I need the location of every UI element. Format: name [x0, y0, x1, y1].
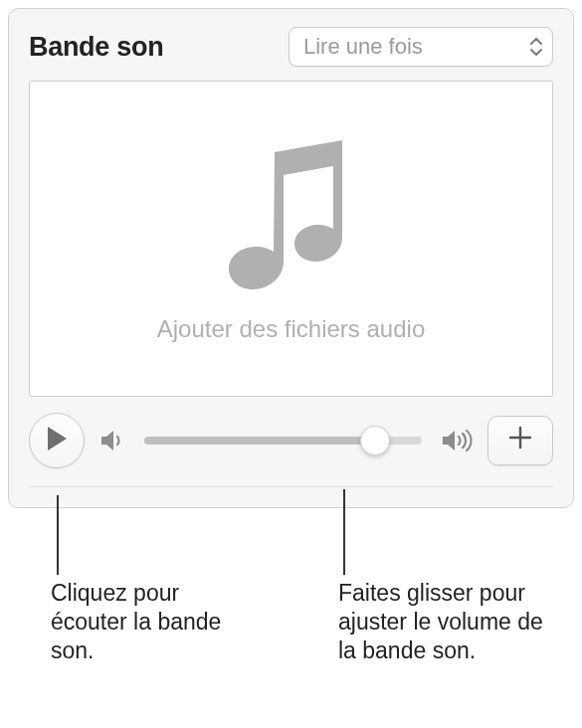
callout-line-play	[57, 495, 59, 575]
add-button[interactable]	[487, 416, 553, 465]
header-row: Bande son Lire une fois	[29, 27, 553, 67]
volume-slider-fill	[144, 437, 375, 445]
soundtrack-panel: Bande son Lire une fois Ajouter des fich…	[8, 8, 574, 508]
callout-play: Cliquez pour écouter la bande son.	[51, 579, 250, 664]
dropzone-placeholder: Ajouter des fichiers audio	[157, 315, 425, 343]
playback-mode-selected: Lire une fois	[303, 34, 423, 60]
play-button[interactable]	[29, 413, 85, 468]
volume-high-icon	[440, 427, 474, 455]
callout-line-volume	[343, 489, 345, 575]
controls-row	[29, 413, 553, 468]
section-title: Bande son	[29, 32, 163, 63]
divider	[29, 486, 553, 487]
volume-slider-thumb[interactable]	[360, 426, 390, 455]
chevron-up-down-icon	[530, 38, 542, 56]
plus-icon	[507, 424, 533, 457]
volume-slider[interactable]	[144, 437, 422, 445]
play-icon	[46, 426, 68, 455]
playback-mode-popup[interactable]: Lire une fois	[289, 27, 553, 67]
music-note-icon	[227, 134, 356, 297]
volume-low-icon	[98, 427, 126, 455]
callout-volume: Faites glisser pour ajuster le volume de…	[338, 579, 557, 664]
audio-dropzone[interactable]: Ajouter des fichiers audio	[29, 81, 553, 397]
